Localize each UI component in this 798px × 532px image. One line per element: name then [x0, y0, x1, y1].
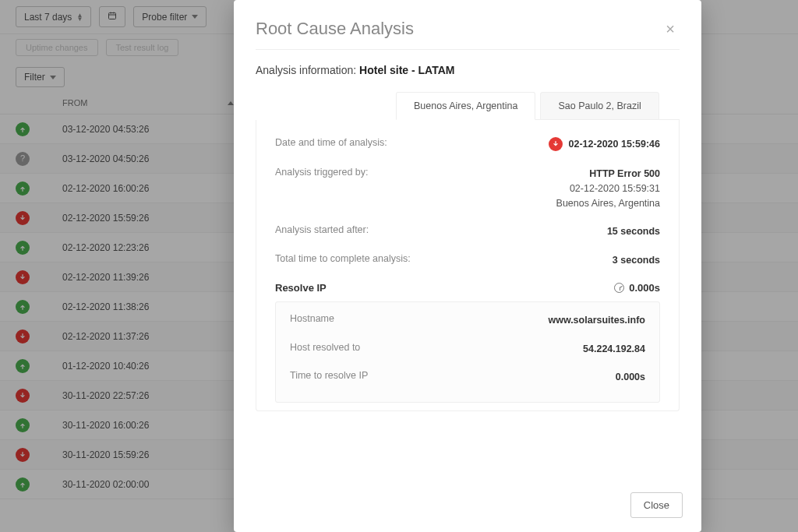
modal-body[interactable]: Analysis information: Hotel site - LATAM…	[234, 50, 695, 481]
kv-hostname-value: www.solarsuites.info	[548, 313, 645, 328]
resolve-ip-timer: 0.000s	[629, 282, 660, 294]
kv-started-value: 15 seconds	[607, 224, 660, 239]
kv-ip-value: 54.224.192.84	[583, 342, 645, 357]
kv-resolve-time-label: Time to resolve IP	[290, 370, 368, 381]
root-cause-modal: Root Cause Analysis × Analysis informati…	[234, 0, 701, 532]
kv-started-label: Analysis started after:	[275, 224, 369, 235]
kv-total-label: Total time to complete analysis:	[275, 253, 411, 264]
kv-resolve-time-value: 0.000s	[616, 370, 645, 385]
kv-datetime: Date and time of analysis: 02-12-2020 15…	[275, 137, 660, 153]
kv-datetime-value: 02-12-2020 15:59:46	[569, 137, 660, 152]
info-label: Analysis information:	[256, 64, 359, 76]
modal-title: Root Cause Analysis	[256, 19, 414, 39]
modal-footer: Close	[234, 481, 701, 532]
kv-hostname-label: Hostname	[290, 313, 334, 324]
analysis-panel: Date and time of analysis: 02-12-2020 15…	[256, 120, 680, 411]
kv-started: Analysis started after: 15 seconds	[275, 224, 660, 239]
kv-hostname: Hostname www.solarsuites.info	[290, 313, 645, 328]
kv-trigger: Analysis triggered by: HTTP Error 500 02…	[275, 167, 660, 210]
down-arrow-icon	[549, 137, 563, 151]
resolve-ip-panel: Hostname www.solarsuites.info Host resol…	[275, 301, 660, 403]
tab-buenos-aires[interactable]: Buenos Aires, Argentina	[396, 92, 535, 120]
target-name: Hotel site - LATAM	[359, 64, 454, 76]
clock-icon	[614, 283, 624, 293]
modal-header: Root Cause Analysis ×	[234, 0, 701, 49]
tab-sao-paulo[interactable]: Sao Paulo 2, Brazil	[540, 92, 659, 120]
resolve-ip-head: Resolve IP 0.000s	[275, 282, 660, 294]
probe-tabs: Buenos Aires, Argentina Sao Paulo 2, Bra…	[396, 92, 680, 120]
analysis-info: Analysis information: Hotel site - LATAM	[256, 64, 680, 76]
kv-ip: Host resolved to 54.224.192.84	[290, 342, 645, 357]
kv-trigger-sub1: 02-12-2020 15:59:31	[556, 181, 660, 196]
kv-total-value: 3 seconds	[613, 253, 660, 268]
kv-ip-label: Host resolved to	[290, 342, 360, 353]
kv-trigger-main: HTTP Error 500	[589, 168, 660, 179]
kv-trigger-sub2: Buenos Aires, Argentina	[556, 196, 660, 211]
kv-total: Total time to complete analysis: 3 secon…	[275, 253, 660, 268]
kv-datetime-label: Date and time of analysis:	[275, 137, 387, 148]
kv-trigger-label: Analysis triggered by:	[275, 167, 369, 178]
close-button[interactable]: Close	[630, 492, 683, 518]
close-icon[interactable]: ×	[661, 19, 680, 40]
kv-resolve-time: Time to resolve IP 0.000s	[290, 370, 645, 385]
resolve-ip-title: Resolve IP	[275, 282, 327, 294]
